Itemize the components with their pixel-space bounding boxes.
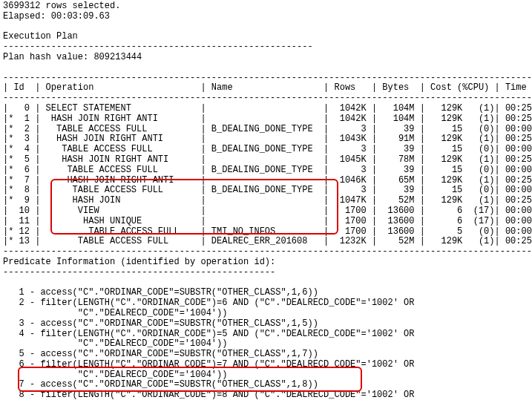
divider: ----------------------------------------… [3,42,529,53]
terminal-output: 3699312 rows selected. Elapsed: 00:03:09… [3,1,529,400]
plan-row: |* 13 | TABLE ACCESS FULL | DEALREC_ERR_… [3,237,529,247]
predicate-lines: 1 - access("C"."ORDINAR_CODE"=SUBSTR("OT… [3,288,529,400]
plan-row: | 11 | HASH UNIQUE | | 1700 | 13600 | 6 … [3,217,529,227]
table-border-top: ----------------------------------------… [3,73,529,84]
predicate-line: 1 - access("C"."ORDINAR_CODE"=SUBSTR("OT… [3,288,529,298]
plan-row: |* 2 | TABLE ACCESS FULL | B_DEALING_DON… [3,125,529,135]
plan-row: |* 1 | HASH JOIN RIGHT ANTI | | 1042K | … [3,114,529,125]
table-border-bot: ----------------------------------------… [3,247,529,258]
divider: ----------------------------------------… [3,268,529,278]
table-header-row: | Id | Operation | Name | Rows | Bytes |… [3,83,529,94]
plan-row: |* 5 | HASH JOIN RIGHT ANTI | | 1045K | … [3,155,529,165]
rows-selected: 3699312 rows selected. [3,1,529,12]
plan-row: |* 9 | HASH JOIN | | 1047K | 52M | 129K … [3,196,529,206]
predicate-line: 7 - access("C"."ORDINAR_CODE"=SUBSTR("OT… [3,380,529,390]
plan-row: |* 12 | TABLE ACCESS FULL | TMI_NO_INFOS… [3,227,529,237]
execution-plan-title: Execution Plan [3,32,529,42]
plan-rows: | 0 | SELECT STATEMENT | | 1042K | 104M … [3,104,529,247]
predicate-line: 5 - access("C"."ORDINAR_CODE"=SUBSTR("OT… [3,350,529,360]
plan-row: | 10 | VIEW | | 1700 | 13600 | 6 (17)| 0… [3,206,529,217]
elapsed: Elapsed: 00:03:09.63 [3,12,529,22]
predicate-line: 4 - filter(LENGTH("C"."ORDINAR_CODE")=5 … [3,329,529,340]
plan-row: |* 4 | TABLE ACCESS FULL | B_DEALING_DON… [3,145,529,155]
plan-row: |* 3 | HASH JOIN RIGHT ANTI | | 1043K | … [3,134,529,145]
plan-row: |* 7 | HASH JOIN RIGHT ANTI | | 1046K | … [3,176,529,186]
plan-hash: Plan hash value: 809213444 [3,53,529,63]
plan-row: | 0 | SELECT STATEMENT | | 1042K | 104M … [3,104,529,114]
plan-row: |* 6 | TABLE ACCESS FULL | B_DEALING_DON… [3,165,529,176]
plan-row: |* 8 | TABLE ACCESS FULL | B_DEALING_DON… [3,186,529,196]
predicate-line: 6 - filter(LENGTH("C"."ORDINAR_CODE")=7 … [3,360,529,370]
predicate-line: "C"."DEALRECD_CODE"='1004')) [3,309,529,319]
predicate-line: 3 - access("C"."ORDINAR_CODE"=SUBSTR("OT… [3,319,529,329]
predicate-line: 8 - filter(LENGTH("C"."ORDINAR_CODE")=8 … [3,390,529,400]
predicate-header: Predicate Information (identified by ope… [3,258,529,268]
table-border-mid: ----------------------------------------… [3,94,529,104]
predicate-line: 2 - filter(LENGTH("C"."ORDINAR_CODE")=6 … [3,298,529,309]
predicate-line: "C"."DEALRECD_CODE"='1004')) [3,370,529,381]
predicate-line: "C"."DEALRECD_CODE"='1004')) [3,339,529,350]
